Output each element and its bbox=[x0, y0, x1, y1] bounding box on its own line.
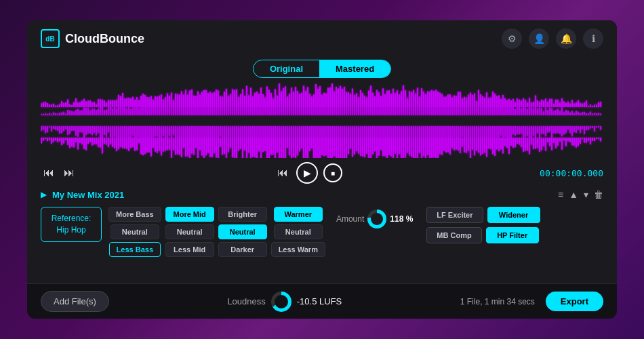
svg-rect-10 bbox=[45, 138, 46, 139]
svg-rect-658 bbox=[374, 138, 376, 151]
svg-rect-936 bbox=[517, 107, 518, 115]
svg-rect-455 bbox=[270, 93, 272, 107]
svg-rect-136 bbox=[110, 106, 111, 115]
stop-btn[interactable]: ■ bbox=[323, 163, 342, 182]
svg-rect-1041 bbox=[569, 126, 571, 133]
eq-col-bass: More BassNeutralLess Bass bbox=[108, 207, 161, 257]
svg-rect-1013 bbox=[555, 126, 557, 134]
notification-icon[interactable]: 🔔 bbox=[556, 28, 576, 49]
svg-rect-1006 bbox=[551, 138, 552, 151]
svg-rect-795 bbox=[443, 97, 445, 107]
eq-icon[interactable]: ≡ bbox=[558, 189, 563, 200]
svg-rect-127 bbox=[104, 100, 105, 107]
fx-right-1-btn[interactable]: HP Filter bbox=[486, 227, 539, 243]
eq-brightness-top-btn[interactable]: Brighter bbox=[218, 207, 267, 222]
eq-mid-bot-btn[interactable]: Less Mid bbox=[165, 242, 214, 257]
svg-rect-813 bbox=[454, 126, 455, 137]
svg-rect-851 bbox=[472, 95, 473, 107]
fx-left-1-btn[interactable]: MB Comp bbox=[426, 227, 481, 243]
svg-rect-1087 bbox=[592, 106, 593, 107]
svg-rect-125 bbox=[104, 126, 105, 135]
svg-rect-599 bbox=[344, 87, 345, 107]
svg-rect-865 bbox=[480, 126, 481, 139]
svg-rect-50 bbox=[65, 138, 66, 140]
amount-label: Amount bbox=[336, 214, 364, 224]
svg-rect-112 bbox=[98, 108, 99, 115]
svg-rect-113 bbox=[98, 126, 99, 133]
svg-rect-431 bbox=[258, 94, 260, 107]
svg-rect-1096 bbox=[598, 113, 599, 115]
fx-left-0-btn[interactable]: LF Exciter bbox=[426, 207, 483, 223]
svg-rect-666 bbox=[378, 138, 380, 156]
svg-rect-941 bbox=[519, 126, 520, 134]
delete-icon[interactable]: 🗑 bbox=[594, 189, 603, 200]
svg-rect-370 bbox=[228, 138, 229, 153]
svg-rect-231 bbox=[157, 96, 158, 107]
loudness-knob[interactable] bbox=[271, 292, 291, 312]
play-btn[interactable]: ▶ bbox=[296, 162, 318, 184]
skip-forward-btn[interactable]: ⏭ bbox=[61, 165, 77, 180]
logo-box: dB bbox=[41, 29, 60, 48]
svg-rect-710 bbox=[401, 138, 402, 158]
svg-rect-899 bbox=[496, 96, 498, 107]
eq-bass-mid-btn[interactable]: Neutral bbox=[110, 224, 159, 239]
tabs-area: Original Mastered bbox=[27, 57, 617, 83]
svg-rect-547 bbox=[317, 89, 319, 107]
skip-back-btn[interactable]: ⏮ bbox=[41, 165, 57, 180]
svg-rect-1103 bbox=[600, 102, 601, 107]
eq-warmth-mid-btn[interactable]: Neutral bbox=[274, 224, 323, 239]
svg-rect-28 bbox=[55, 113, 56, 115]
svg-rect-1048 bbox=[573, 113, 575, 115]
down-icon[interactable]: ▾ bbox=[584, 189, 588, 200]
svg-rect-254 bbox=[169, 138, 170, 150]
export-button[interactable]: Export bbox=[546, 292, 603, 311]
user-icon[interactable]: 👤 bbox=[529, 28, 549, 49]
svg-rect-918 bbox=[506, 138, 508, 148]
svg-rect-487 bbox=[287, 96, 288, 107]
svg-rect-634 bbox=[362, 138, 363, 157]
eq-bass-bot-btn[interactable]: Less Bass bbox=[109, 242, 161, 257]
settings-icon[interactable]: ⚙ bbox=[502, 28, 522, 49]
svg-rect-682 bbox=[386, 138, 388, 158]
eq-brightness-mid-btn[interactable]: Neutral bbox=[218, 224, 267, 239]
up-icon[interactable]: ▲ bbox=[569, 189, 578, 200]
add-files-button[interactable]: Add File(s) bbox=[41, 291, 109, 312]
svg-rect-138 bbox=[110, 138, 111, 144]
amount-knob[interactable] bbox=[367, 210, 386, 228]
svg-rect-938 bbox=[517, 138, 518, 144]
svg-rect-1004 bbox=[551, 108, 552, 115]
fx-right-0-btn[interactable]: Widener bbox=[487, 207, 540, 223]
eq-warmth-top-btn[interactable]: Warmer bbox=[274, 207, 323, 222]
svg-rect-85 bbox=[83, 126, 85, 138]
svg-rect-929 bbox=[512, 126, 514, 134]
svg-rect-830 bbox=[462, 138, 463, 146]
svg-rect-1056 bbox=[578, 112, 579, 115]
eq-mid-top-btn[interactable]: More Mid bbox=[165, 207, 214, 222]
svg-rect-191 bbox=[136, 97, 138, 107]
svg-rect-997 bbox=[547, 126, 548, 133]
prev-btn[interactable]: ⏮ bbox=[275, 165, 291, 180]
info-icon[interactable]: ℹ bbox=[583, 28, 603, 49]
svg-rect-794 bbox=[443, 138, 445, 151]
svg-rect-462 bbox=[275, 138, 276, 158]
svg-rect-750 bbox=[421, 138, 422, 158]
svg-rect-275 bbox=[179, 94, 180, 107]
tab-original[interactable]: Original bbox=[254, 60, 319, 77]
eq-mid-mid-btn[interactable]: Neutral bbox=[165, 224, 214, 239]
eq-bass-top-btn[interactable]: More Bass bbox=[108, 207, 161, 222]
svg-rect-1025 bbox=[561, 126, 563, 136]
svg-rect-531 bbox=[309, 94, 310, 107]
svg-rect-911 bbox=[502, 95, 504, 107]
eq-warmth-bot-btn[interactable]: Less Warm bbox=[271, 242, 325, 257]
eq-brightness-bot-btn[interactable]: Darker bbox=[218, 242, 267, 257]
svg-rect-567 bbox=[327, 88, 329, 107]
svg-rect-354 bbox=[220, 138, 221, 147]
svg-rect-747 bbox=[419, 96, 420, 107]
svg-rect-306 bbox=[195, 138, 197, 148]
tab-mastered[interactable]: Mastered bbox=[319, 60, 390, 77]
svg-rect-251 bbox=[167, 93, 168, 107]
svg-rect-1071 bbox=[584, 102, 585, 107]
svg-rect-798 bbox=[445, 138, 447, 153]
svg-rect-43 bbox=[61, 101, 62, 107]
svg-rect-11 bbox=[45, 102, 46, 107]
